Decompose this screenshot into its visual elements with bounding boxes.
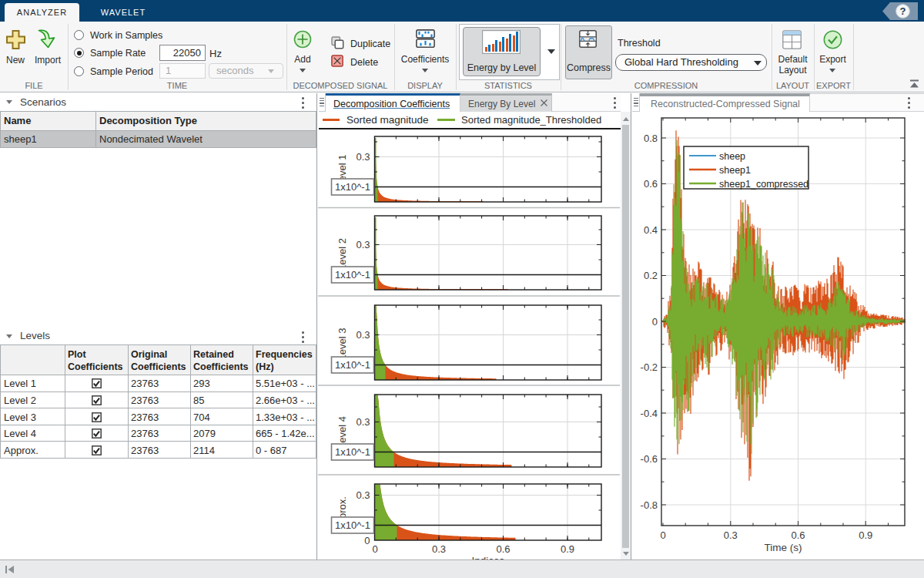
svg-text:0.3: 0.3 xyxy=(724,529,738,541)
svg-text:0.3: 0.3 xyxy=(432,543,446,555)
svg-text:1x10^-1: 1x10^-1 xyxy=(335,446,370,458)
svg-text:-0.2: -0.2 xyxy=(641,361,658,373)
svg-text:sheep: sheep xyxy=(719,151,745,162)
svg-text:-0.4: -0.4 xyxy=(641,408,658,419)
svg-text:0.6: 0.6 xyxy=(791,529,805,541)
svg-text:0.2: 0.2 xyxy=(644,270,658,281)
svg-text:0.9: 0.9 xyxy=(561,543,574,555)
svg-text:-0.6: -0.6 xyxy=(641,453,658,465)
svg-text:0: 0 xyxy=(364,535,370,546)
svg-text:0.8: 0.8 xyxy=(644,133,658,144)
svg-text:0.4: 0.4 xyxy=(644,224,658,236)
svg-text:1x10^-1: 1x10^-1 xyxy=(335,519,370,531)
svg-text:1x10^-1: 1x10^-1 xyxy=(335,359,370,371)
svg-text:0: 0 xyxy=(372,543,377,555)
svg-text:1x10^-1: 1x10^-1 xyxy=(335,269,370,281)
svg-text:0.3: 0.3 xyxy=(356,489,370,501)
svg-text:sheep1: sheep1 xyxy=(719,165,751,176)
svg-text:0.6: 0.6 xyxy=(644,178,658,190)
svg-text:0: 0 xyxy=(652,316,658,328)
svg-text:sheep1_compressed: sheep1_compressed xyxy=(719,179,808,190)
svg-text:Time (s): Time (s) xyxy=(765,542,802,553)
svg-text:0.3: 0.3 xyxy=(356,151,370,163)
svg-text:0.9: 0.9 xyxy=(859,529,872,541)
svg-text:0.3: 0.3 xyxy=(356,416,370,428)
svg-text:-0.8: -0.8 xyxy=(641,499,658,511)
svg-text:0.3: 0.3 xyxy=(356,239,370,250)
svg-text:1x10^-1: 1x10^-1 xyxy=(335,181,370,193)
svg-text:Level 2: Level 2 xyxy=(336,238,348,271)
svg-text:0.3: 0.3 xyxy=(356,329,370,341)
svg-text:?: ? xyxy=(900,5,906,17)
svg-text:0: 0 xyxy=(660,529,665,541)
svg-text:0.6: 0.6 xyxy=(496,543,510,555)
svg-text:Level 3: Level 3 xyxy=(336,328,348,361)
